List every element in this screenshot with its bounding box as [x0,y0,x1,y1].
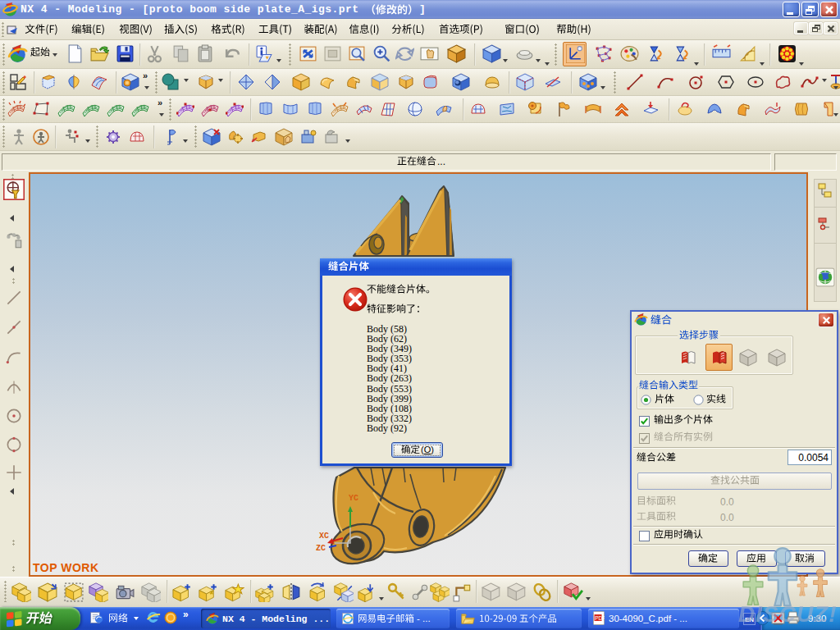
svg-text:ZC: ZC [316,544,326,553]
svg-text:DISCUZ!: DISCUZ! [738,601,838,627]
svg-text:XC: XC [319,532,329,541]
svg-text:YC: YC [349,494,358,503]
svg-text:PDF: PDF [595,615,605,621]
